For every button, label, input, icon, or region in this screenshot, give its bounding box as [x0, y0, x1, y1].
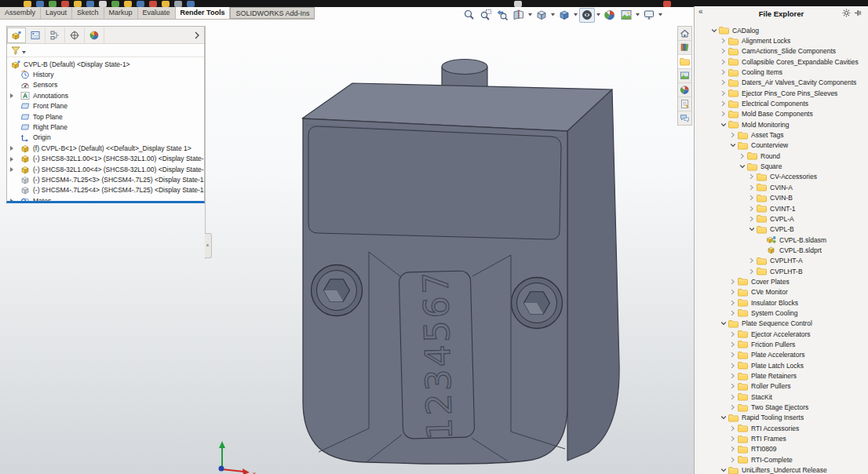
tree-chevron-icon[interactable] — [739, 163, 746, 170]
expand-arrow-icon[interactable] — [9, 93, 14, 99]
tree-chevron-icon[interactable] — [720, 100, 727, 107]
tree-chevron-icon[interactable] — [729, 446, 736, 452]
view-settings-button[interactable] — [641, 8, 657, 23]
tree-chevron-icon[interactable] — [748, 226, 755, 232]
tree-chevron-icon[interactable] — [729, 457, 736, 463]
tree-chevron-icon[interactable] — [729, 132, 736, 138]
expand-arrow-icon[interactable] — [9, 198, 14, 203]
section-view-dropdown[interactable] — [527, 13, 533, 16]
explorer-item-mold-base-components[interactable]: Mold Base Components — [695, 109, 868, 119]
explorer-item-rapid-tooling-inserts[interactable]: Rapid Tooling Inserts — [695, 413, 868, 423]
feature-tree-item-mates[interactable]: Mates — [7, 195, 204, 203]
explorer-item-roller-pullers[interactable]: Roller Pullers — [695, 381, 868, 392]
toolbar-icon-fragment[interactable] — [111, 1, 119, 7]
tree-chevron-icon[interactable] — [720, 122, 727, 128]
fm-dimxpert-tab[interactable] — [65, 27, 85, 43]
explorer-item-cve-monitor[interactable]: CVe Monitor — [695, 287, 868, 297]
tree-chevron-icon[interactable] — [729, 142, 736, 148]
task-pane-tab-forum[interactable] — [678, 111, 691, 125]
tree-chevron-icon[interactable] — [729, 394, 736, 400]
task-pane-tab-custom-properties[interactable] — [678, 97, 691, 111]
explorer-item-plate-accelerators[interactable]: Plate Accelerators — [695, 350, 868, 360]
flyout-chevron-icon[interactable] — [194, 29, 200, 43]
toolbar-icon-fragment[interactable] — [149, 1, 157, 7]
feature-tree-item-annotations[interactable]: AAnnotations — [7, 90, 204, 100]
tree-chevron-icon[interactable] — [720, 48, 727, 54]
tree-chevron-icon[interactable] — [720, 414, 727, 421]
display-style-button[interactable] — [556, 8, 572, 23]
tree-chevron-icon[interactable] — [729, 289, 736, 295]
task-pane-tab-home[interactable] — [678, 27, 691, 41]
explorer-item-plate-retainers[interactable]: Plate Retainers — [695, 370, 868, 381]
apply-scene-button[interactable] — [618, 8, 634, 23]
view-settings-dropdown[interactable] — [658, 13, 663, 16]
explorer-item-square[interactable]: Square — [695, 161, 868, 171]
tree-chevron-icon[interactable] — [720, 467, 727, 473]
tab-markup[interactable]: Markup — [104, 7, 138, 19]
tree-chevron-icon[interactable] — [729, 436, 736, 442]
tree-chevron-icon[interactable] — [748, 268, 755, 275]
task-pane-tab-file-explorer[interactable] — [678, 55, 691, 69]
feature-tree-item-shcsm4-7l25-3[interactable]: (-) SHCSM4-.7L25<3> (SHCSM4-.7L25) <Disp… — [7, 174, 204, 184]
tab-solidworks-add-ins[interactable]: SOLIDWORKS Add-Ins — [230, 7, 315, 19]
explorer-item-two-stage-ejectors[interactable]: Two Stage Ejectors — [695, 402, 868, 412]
apply-scene-dropdown[interactable] — [635, 13, 640, 16]
tree-chevron-icon[interactable] — [720, 69, 727, 75]
feature-tree-item-cvpl-b-default-di[interactable]: CVPL-B (Default) <Display State-1> — [7, 59, 204, 69]
tree-chevron-icon[interactable] — [748, 184, 755, 191]
explorer-item-counterview[interactable]: Counterview — [695, 140, 868, 151]
explorer-item-mold-monitoring[interactable]: Mold Monitoring — [695, 119, 868, 129]
filter-dropdown-arrow[interactable] — [22, 43, 26, 57]
tab-layout[interactable]: Layout — [41, 7, 72, 19]
fm-config-tab[interactable] — [46, 27, 65, 43]
tree-chevron-icon[interactable] — [720, 79, 727, 86]
feature-tree-item-top-plane[interactable]: Top Plane — [7, 111, 204, 122]
task-pane-tab-view-palette[interactable] — [678, 69, 691, 83]
section-view-button[interactable] — [511, 8, 527, 23]
explorer-item-cover-plates[interactable]: Cover Plates — [695, 276, 868, 286]
tree-chevron-icon[interactable] — [720, 320, 727, 326]
explorer-item-camactions-slide-components[interactable]: CamActions_Slide Components — [695, 46, 868, 57]
tree-chevron-icon[interactable] — [748, 173, 755, 180]
tree-chevron-icon[interactable] — [729, 373, 736, 379]
explorer-item-ejector-pins-core-pins-sleeves[interactable]: Ejector Pins_Core Pins_Sleeves — [695, 88, 868, 98]
explorer-item-electrical-components[interactable]: Electrical Components — [695, 98, 868, 108]
feature-tree-item-shcs8-32l1-00-1[interactable]: (-) SHCS8-32L1.00<1> (SHCS8-32L1.00) <Di… — [7, 154, 204, 164]
task-pane-tab-appearances[interactable] — [678, 83, 691, 97]
zoom-to-fit-button[interactable] — [461, 8, 477, 23]
explorer-item-cooling-items[interactable]: Cooling Items — [695, 67, 868, 77]
tree-chevron-icon[interactable] — [729, 383, 736, 389]
explorer-item-cv-accessories[interactable]: CV-Accessories — [695, 172, 868, 182]
explorer-item-rti-accessories[interactable]: RTI Accessories — [695, 423, 868, 433]
explorer-item-ejector-accelerators[interactable]: Ejector Accelerators — [695, 329, 868, 339]
feature-tree-item-history[interactable]: History — [7, 69, 204, 79]
explorer-item-cvpl-a[interactable]: CVPL-A — [695, 213, 868, 224]
explorer-item-asset-tags[interactable]: Asset Tags — [695, 129, 868, 140]
tree-chevron-icon[interactable] — [729, 300, 736, 306]
previous-view-button[interactable] — [494, 8, 510, 23]
tree-chevron-icon[interactable] — [729, 363, 736, 369]
explorer-item-cvint-1[interactable]: CVINT-1 — [695, 203, 868, 213]
tree-chevron-icon[interactable] — [720, 90, 727, 97]
toolbar-icon-fragment[interactable] — [99, 1, 107, 7]
explorer-item-cvpl-b-sldprt[interactable]: CVPL-B.sldprt — [695, 245, 868, 255]
toolbar-icon-fragment[interactable] — [514, 1, 522, 7]
toolbar-icon-fragment[interactable] — [24, 1, 31, 7]
panel-divider[interactable] — [205, 26, 206, 259]
tree-chevron-icon[interactable] — [739, 153, 746, 159]
tree-chevron-icon[interactable] — [729, 331, 736, 337]
expand-arrow-icon[interactable] — [9, 156, 14, 162]
panel-collapse-handle[interactable] — [205, 233, 212, 258]
toolbar-icon-fragment[interactable] — [86, 1, 94, 7]
explorer-item-cvin-b[interactable]: CVIN-B — [695, 193, 868, 203]
explorer-item-plate-sequence-control[interactable]: Plate Sequence Control — [695, 319, 868, 329]
view-orientation-dropdown[interactable] — [550, 13, 556, 16]
explorer-item-alignment-locks[interactable]: Alignment Locks — [695, 35, 868, 46]
explorer-item-friction-pullers[interactable]: Friction Pullers — [695, 339, 868, 349]
edit-appearance-button[interactable] — [602, 8, 618, 23]
explorer-item-insulator-blocks[interactable]: Insulator Blocks — [695, 297, 868, 308]
expand-arrow-icon[interactable] — [9, 145, 14, 151]
explorer-item-system-cooling[interactable]: System Cooling — [695, 308, 868, 318]
explorer-item-cvpl-b-sldasm[interactable]: CVPL-B.sldasm — [695, 235, 868, 245]
tree-chevron-icon[interactable] — [729, 404, 736, 410]
